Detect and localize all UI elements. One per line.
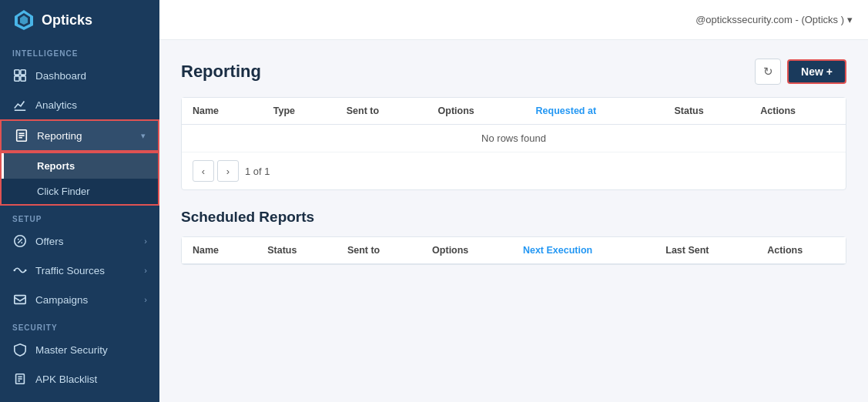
sched-col-next-execution[interactable]: Next Execution: [512, 237, 655, 264]
sidebar-item-offers[interactable]: Offers ›: [0, 226, 159, 256]
sched-col-status: Status: [256, 237, 337, 264]
sidebar-item-campaigns[interactable]: Campaigns ›: [0, 285, 159, 314]
scheduled-section-title: Scheduled Reports: [181, 209, 846, 226]
pagination: ‹ › 1 of 1: [182, 152, 846, 189]
traffic-sources-label: Traffic Sources: [35, 265, 105, 276]
new-report-button[interactable]: New +: [787, 59, 846, 84]
master-security-label: Master Security: [35, 344, 108, 356]
svg-point-15: [21, 242, 22, 243]
user-chevron: ▾: [847, 14, 853, 25]
sidebar-item-reports[interactable]: Reports: [2, 153, 158, 179]
topbar: @optickssecurity.com - (Opticks ) ▾: [159, 0, 868, 40]
sched-col-last-sent: Last Sent: [655, 237, 756, 264]
user-menu[interactable]: @optickssecurity.com - (Opticks ) ▾: [695, 14, 853, 25]
apk-blacklist-label: APK Blacklist: [35, 374, 97, 385]
reports-table: Name Type Sent to Options Requested at S…: [182, 98, 846, 152]
user-label: @optickssecurity.com - (Opticks ): [695, 14, 844, 25]
prev-page-button[interactable]: ‹: [193, 160, 214, 182]
empty-state: No rows found: [182, 125, 846, 152]
col-sent-to: Sent to: [336, 98, 427, 125]
sched-col-name: Name: [182, 237, 256, 264]
shield-icon: [12, 342, 28, 357]
new-button-label: New: [801, 65, 823, 78]
reports-label: Reports: [37, 160, 75, 172]
page-content: Reporting ↻ New + Name Type Sent to: [159, 40, 868, 402]
col-status: Status: [663, 98, 749, 125]
analytics-icon: [12, 97, 28, 112]
svg-point-16: [13, 270, 15, 272]
sched-col-options: Options: [421, 237, 512, 264]
reporting-icon: [14, 128, 29, 143]
reporting-submenu: Reports Click Finder: [0, 152, 159, 206]
svg-point-14: [18, 239, 19, 240]
sidebar-item-dashboard[interactable]: Dashboard: [0, 61, 159, 90]
logo[interactable]: Opticks: [0, 0, 159, 40]
svg-rect-4: [21, 70, 25, 75]
refresh-button[interactable]: ↻: [755, 59, 781, 85]
page-header: Reporting ↻ New +: [181, 59, 846, 85]
sidebar-item-apk-blacklist[interactable]: APK Blacklist: [0, 364, 159, 394]
campaigns-icon: [12, 292, 28, 307]
scheduled-table-header: Name Status Sent to Options Next Executi…: [182, 237, 846, 264]
reports-table-container: Name Type Sent to Options Requested at S…: [181, 97, 846, 190]
sched-col-sent-to: Sent to: [337, 237, 421, 264]
col-options: Options: [427, 98, 525, 125]
setup-section-label: SETUP: [0, 206, 159, 226]
plus-icon: +: [826, 65, 833, 78]
app-name: Opticks: [42, 12, 92, 28]
next-page-button[interactable]: ›: [217, 160, 239, 182]
svg-rect-3: [15, 70, 19, 75]
page-title: Reporting: [181, 62, 261, 82]
scheduled-table: Name Status Sent to Options Next Executi…: [182, 237, 846, 264]
svg-rect-6: [21, 76, 25, 81]
sidebar: Opticks INTELLIGENCE Dashboard Analytics…: [0, 0, 159, 402]
apk-icon: [12, 371, 28, 387]
scheduled-table-container: Name Status Sent to Options Next Executi…: [181, 236, 846, 265]
col-actions: Actions: [749, 98, 846, 125]
header-actions: ↻ New +: [755, 59, 846, 85]
col-type: Type: [263, 98, 336, 125]
sidebar-item-traffic-sources[interactable]: Traffic Sources ›: [0, 256, 159, 285]
sidebar-item-analytics[interactable]: Analytics: [0, 90, 159, 119]
opticks-logo-icon: [12, 8, 35, 32]
security-section-label: SECURITY: [0, 314, 159, 335]
sidebar-item-master-security[interactable]: Master Security: [0, 335, 159, 364]
col-name: Name: [182, 98, 263, 125]
col-requested-at[interactable]: Requested at: [525, 98, 664, 125]
analytics-label: Analytics: [35, 99, 77, 111]
offers-label: Offers: [35, 236, 64, 247]
dashboard-label: Dashboard: [35, 70, 86, 82]
reporting-chevron: ▾: [141, 131, 146, 141]
svg-point-17: [25, 270, 27, 272]
svg-rect-18: [15, 296, 25, 304]
reports-table-header: Name Type Sent to Options Requested at S…: [182, 98, 846, 125]
sidebar-item-click-finder[interactable]: Click Finder: [2, 179, 158, 204]
sched-col-actions: Actions: [756, 237, 846, 264]
dashboard-icon: [12, 68, 28, 83]
sidebar-item-reporting[interactable]: Reporting ▾: [0, 119, 159, 152]
page-info: 1 of 1: [245, 166, 270, 177]
campaigns-label: Campaigns: [35, 294, 88, 306]
intelligence-section-label: INTELLIGENCE: [0, 40, 159, 61]
offers-icon: [12, 233, 28, 249]
main-content: @optickssecurity.com - (Opticks ) ▾ Repo…: [159, 0, 868, 402]
click-finder-label: Click Finder: [37, 186, 90, 197]
svg-rect-5: [15, 76, 19, 81]
refresh-icon: ↻: [763, 65, 773, 79]
traffic-sources-icon: [12, 263, 28, 278]
reporting-label: Reporting: [37, 130, 82, 142]
